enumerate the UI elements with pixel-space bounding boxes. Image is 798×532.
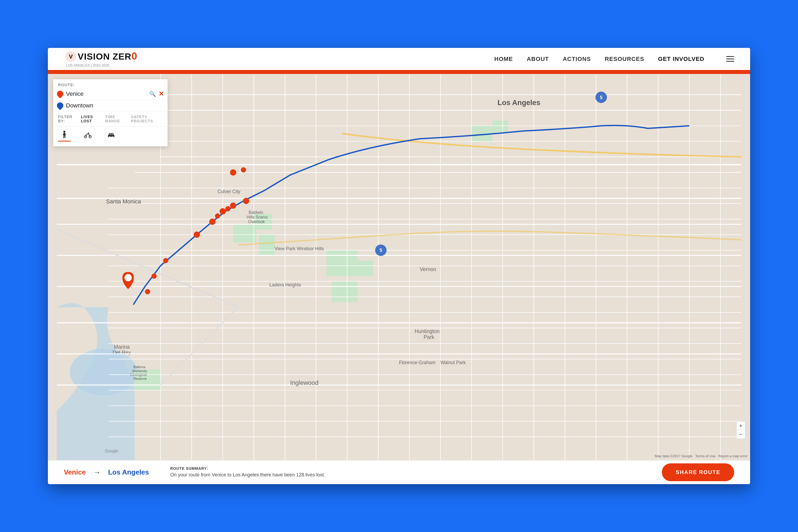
svg-text:5: 5 — [600, 95, 603, 100]
nav-about[interactable]: ABOUT — [527, 56, 549, 62]
origin-row: 🔍 ✕ — [53, 88, 168, 100]
svg-rect-9 — [332, 281, 358, 302]
filter-label: FILTER BY: — [58, 115, 76, 123]
main-content: Marina Del Rey Ballona Wetlands Ecologic… — [48, 74, 750, 460]
svg-point-107 — [109, 136, 110, 138]
svg-text:Santa Monica: Santa Monica — [106, 198, 141, 205]
svg-text:5: 5 — [380, 248, 382, 253]
nav-home[interactable]: HOME — [494, 56, 513, 62]
hamburger-line-2 — [726, 58, 734, 59]
share-route-button[interactable]: SHARE ROUTE — [662, 463, 734, 481]
svg-rect-8 — [353, 261, 373, 276]
svg-text:Reserve: Reserve — [133, 377, 147, 381]
logo-area: V VISION ZER0 LOS ANGELES | 2015-2025 — [64, 51, 137, 68]
search-panel: ROUTE: 🔍 ✕ FILTER BY: LIVES LOST TIME RA… — [53, 79, 168, 146]
hamburger-line-3 — [726, 61, 734, 62]
map-data-text: Map data ©2017 Google — [655, 454, 693, 458]
navbar: V VISION ZER0 LOS ANGELES | 2015-2025 HO… — [48, 48, 750, 71]
origin-pin-icon — [56, 89, 65, 98]
svg-point-97 — [151, 273, 156, 279]
route-from: Venice — [64, 468, 86, 476]
svg-text:Baldwin: Baldwin — [249, 210, 263, 215]
nav-actions[interactable]: ACTIONS — [563, 56, 591, 62]
svg-rect-109 — [110, 134, 111, 135]
svg-text:Ladera Heights: Ladera Heights — [269, 282, 301, 288]
nav-links: HOME ABOUT ACTIONS RESOURCES GET INVOLVE… — [494, 56, 734, 62]
nav-get-involved[interactable]: GET INVOLVED — [658, 56, 704, 62]
search-icon[interactable]: 🔍 — [149, 91, 156, 97]
filter-row: FILTER BY: LIVES LOST TIME RANGE SAFETY … — [53, 111, 168, 125]
route-to: Los Angeles — [108, 468, 149, 476]
svg-point-98 — [230, 169, 236, 175]
terms-of-use-link[interactable]: Terms of Use — [695, 454, 716, 458]
origin-input[interactable] — [66, 91, 147, 97]
zoom-in-button[interactable]: + — [737, 422, 745, 430]
svg-point-96 — [163, 258, 168, 263]
svg-text:Culver City: Culver City — [217, 189, 241, 194]
svg-rect-11 — [492, 120, 508, 134]
clear-icon[interactable]: ✕ — [158, 90, 164, 98]
route-display: Venice → Los Angeles — [64, 468, 154, 477]
svg-text:Overlook: Overlook — [248, 220, 265, 224]
svg-point-93 — [225, 206, 230, 211]
hamburger-menu[interactable] — [726, 56, 734, 62]
svg-text:Inglewood: Inglewood — [290, 379, 319, 386]
svg-point-103 — [63, 131, 65, 133]
vehicle-filter-button[interactable] — [105, 129, 118, 141]
zoom-controls: + − — [736, 421, 745, 439]
svg-text:Marina: Marina — [114, 344, 130, 350]
svg-point-100 — [145, 289, 150, 294]
svg-point-108 — [113, 136, 114, 138]
logo-subtitle: LOS ANGELES | 2015-2025 — [66, 63, 137, 68]
svg-text:Vernon: Vernon — [420, 266, 436, 272]
svg-text:Florence-Graham: Florence-Graham — [399, 360, 435, 365]
svg-text:Walnut Park: Walnut Park — [440, 360, 466, 365]
filter-safety-projects[interactable]: SAFETY PROJECTS — [131, 115, 163, 123]
svg-point-90 — [209, 218, 215, 225]
svg-rect-4 — [233, 224, 256, 242]
bicycle-filter-button[interactable] — [81, 129, 94, 141]
svg-text:Ballona: Ballona — [133, 365, 146, 369]
logo-icon: V — [64, 51, 78, 62]
pedestrian-filter-button[interactable] — [58, 129, 71, 141]
report-map-error-link[interactable]: Report a map error — [718, 454, 747, 458]
svg-text:Del Rey: Del Rey — [113, 349, 131, 355]
svg-point-91 — [215, 213, 220, 218]
svg-point-106 — [88, 132, 89, 134]
svg-rect-6 — [259, 234, 274, 255]
bottom-bar: Venice → Los Angeles ROUTE SUMMARY: On y… — [48, 460, 750, 484]
svg-text:Park: Park — [424, 334, 434, 340]
browser-window: V VISION ZER0 LOS ANGELES | 2015-2025 HO… — [48, 48, 750, 484]
svg-point-92 — [220, 208, 226, 214]
svg-text:Los Angeles: Los Angeles — [497, 98, 540, 107]
svg-text:Hills Scenic: Hills Scenic — [247, 215, 268, 220]
svg-text:Google: Google — [105, 449, 118, 453]
svg-point-3 — [70, 349, 137, 395]
svg-point-89 — [194, 231, 200, 238]
svg-point-101 — [125, 274, 132, 281]
filter-time-range[interactable]: TIME RANGE — [105, 115, 126, 123]
logo-text: VISION ZER0 — [78, 51, 137, 62]
route-summary: ROUTE SUMMARY: On your route from Venice… — [154, 466, 662, 478]
svg-text:View Park Windsor Hills: View Park Windsor Hills — [274, 246, 324, 251]
svg-rect-110 — [112, 134, 113, 135]
filter-lives-lost[interactable]: LIVES LOST — [81, 115, 100, 123]
zoom-out-button[interactable]: − — [737, 430, 745, 439]
route-summary-label: ROUTE SUMMARY: — [170, 466, 646, 471]
svg-point-99 — [241, 167, 246, 172]
hamburger-line-1 — [726, 56, 734, 57]
route-label: ROUTE: — [53, 79, 168, 88]
destination-pin-icon — [56, 101, 65, 110]
destination-row — [53, 100, 168, 111]
filter-icons-row — [53, 126, 168, 146]
map-attribution-right: Map data ©2017 Google Terms of Use Repor… — [655, 454, 747, 458]
route-arrow: → — [93, 468, 100, 477]
orange-divider — [48, 71, 750, 74]
svg-point-95 — [243, 198, 249, 204]
svg-text:V: V — [69, 53, 73, 60]
svg-text:Huntington: Huntington — [414, 328, 439, 334]
nav-resources[interactable]: RESOURCES — [605, 56, 644, 62]
destination-input[interactable] — [66, 102, 164, 109]
svg-point-94 — [230, 203, 236, 209]
route-summary-text: On your route from Venice to Los Angeles… — [170, 472, 646, 478]
